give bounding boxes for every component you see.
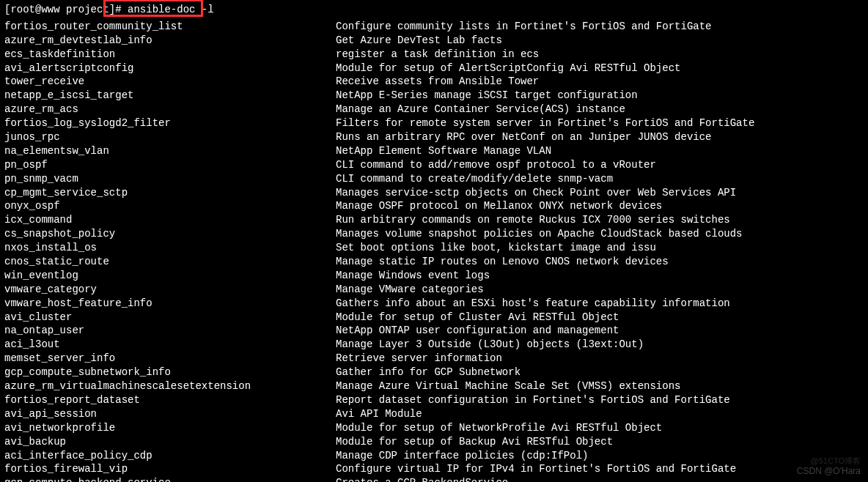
module-desc: NetApp ONTAP user configuration and mana… — [336, 324, 864, 338]
module-name: memset_server_info — [4, 352, 336, 366]
module-row: avi_api_sessionAvi API Module — [4, 407, 864, 421]
module-row: avi_backupModule for setup of Backup Avi… — [4, 435, 864, 449]
module-desc: Runs an arbitrary RPC over NetConf on an… — [336, 130, 864, 144]
prompt-user-host: [root@www project] — [4, 3, 115, 17]
module-desc: Set boot options like boot, kickstart im… — [336, 241, 864, 255]
module-name: icx_command — [4, 213, 336, 227]
module-row: azure_rm_acsManage an Azure Container Se… — [4, 103, 864, 116]
module-name: fortios_log_syslogd2_filter — [4, 116, 336, 130]
module-name: na_elementsw_vlan — [4, 144, 336, 158]
module-list: fortios_router_community_listConfigure c… — [4, 20, 864, 482]
module-desc: Manage VMware categories — [336, 283, 864, 297]
module-row: junos_rpcRuns an arbitrary RPC over NetC… — [4, 130, 864, 144]
module-row: vmware_host_feature_infoGathers info abo… — [4, 297, 864, 311]
module-desc: Module for setup of Cluster Avi RESTful … — [336, 311, 864, 325]
module-row: fortios_log_syslogd2_filterFilters for r… — [4, 116, 864, 130]
module-row: ecs_taskdefinitionregister a task defini… — [4, 48, 864, 62]
module-row: tower_receiveReceive assets from Ansible… — [4, 75, 864, 89]
module-name: cp_mgmt_service_sctp — [4, 186, 336, 200]
module-row: memset_server_infoRetrieve server inform… — [4, 352, 864, 366]
module-name: fortios_firewall_vip — [4, 462, 336, 476]
module-name: aci_interface_policy_cdp — [4, 449, 336, 463]
module-row: na_elementsw_vlanNetApp Element Software… — [4, 144, 864, 158]
module-name: onyx_ospf — [4, 199, 336, 213]
module-desc: Manage CDP interface policies (cdp:IfPol… — [336, 449, 864, 463]
module-name: na_ontap_user — [4, 324, 336, 338]
module-desc: Module for setup of Backup Avi RESTful O… — [336, 435, 864, 449]
module-name: avi_networkprofile — [4, 421, 336, 435]
module-desc: Retrieve server information — [336, 352, 864, 366]
module-row: avi_alertscriptconfigModule for setup of… — [4, 62, 864, 75]
module-name: azure_rm_acs — [4, 103, 336, 116]
module-desc: Gathers info about an ESXi host's featur… — [336, 297, 864, 311]
module-row: vmware_categoryManage VMware categories — [4, 283, 864, 297]
module-row: na_ontap_userNetApp ONTAP user configura… — [4, 324, 864, 338]
module-desc: Manages service-sctp objects on Check Po… — [336, 186, 864, 200]
module-desc: Manage Windows event logs — [336, 269, 864, 283]
module-row: gcp_compute_backend_serviceCreates a GCP… — [4, 476, 864, 482]
module-desc: register a task definition in ecs — [336, 48, 864, 62]
module-desc: NetApp Element Software Manage VLAN — [336, 144, 864, 158]
module-desc: Manage Azure Virtual Machine Scale Set (… — [336, 379, 864, 393]
module-row: avi_networkprofileModule for setup of Ne… — [4, 421, 864, 435]
module-desc: Configure virtual IP for IPv4 in Fortine… — [336, 462, 864, 476]
module-desc: Manage an Azure Container Service(ACS) i… — [336, 103, 864, 116]
module-name: pn_snmp_vacm — [4, 172, 336, 186]
module-name: tower_receive — [4, 75, 336, 89]
module-row: icx_commandRun arbitrary commands on rem… — [4, 213, 864, 227]
module-name: azure_rm_virtualmachinescalesetextension — [4, 379, 336, 393]
module-desc: Manage static IP routes on Lenovo CNOS n… — [336, 255, 864, 269]
module-name: azure_rm_devtestlab_info — [4, 34, 336, 48]
module-desc: Manages volume snapshot policies on Apac… — [336, 227, 864, 241]
module-row: pn_ospfCLI command to add/remove ospf pr… — [4, 158, 864, 172]
module-desc: Creates a GCP BackendService — [336, 476, 864, 482]
module-name: cs_snapshot_policy — [4, 227, 336, 241]
module-row: cp_mgmt_service_sctpManages service-sctp… — [4, 186, 864, 200]
module-row: cnos_static_routeManage static IP routes… — [4, 255, 864, 269]
module-row: win_eventlogManage Windows event logs — [4, 269, 864, 283]
module-desc: Get Azure DevTest Lab facts — [336, 34, 864, 48]
module-name: vmware_category — [4, 283, 336, 297]
module-row: azure_rm_virtualmachinescalesetextension… — [4, 379, 864, 393]
module-row: pn_snmp_vacmCLI command to create/modify… — [4, 172, 864, 186]
module-row: gcp_compute_subnetwork_infoGather info f… — [4, 366, 864, 379]
module-name: gcp_compute_subnetwork_info — [4, 366, 336, 379]
module-desc: Filters for remote system server in Fort… — [336, 116, 864, 130]
module-desc: Module for setup of NetworkProfile Avi R… — [336, 421, 864, 435]
module-name: avi_cluster — [4, 311, 336, 325]
module-name: junos_rpc — [4, 130, 336, 144]
module-row: onyx_ospfManage OSPF protocol on Mellano… — [4, 199, 864, 213]
module-name: ecs_taskdefinition — [4, 48, 336, 62]
module-desc: Gather info for GCP Subnetwork — [336, 366, 864, 379]
module-name: vmware_host_feature_info — [4, 297, 336, 311]
module-name: aci_l3out — [4, 338, 336, 352]
prompt-hash: # — [115, 3, 121, 17]
prompt-space — [122, 3, 128, 17]
module-row: aci_interface_policy_cdpManage CDP inter… — [4, 449, 864, 463]
module-name: avi_backup — [4, 435, 336, 449]
watermark-top: @51CTO博客 — [797, 456, 861, 466]
module-row: netapp_e_iscsi_targetNetApp E-Series man… — [4, 89, 864, 103]
module-row: cs_snapshot_policyManages volume snapsho… — [4, 227, 864, 241]
module-row: nxos_install_osSet boot options like boo… — [4, 241, 864, 255]
module-desc: CLI command to create/modify/delete snmp… — [336, 172, 864, 186]
module-name: pn_ospf — [4, 158, 336, 172]
module-name: win_eventlog — [4, 269, 336, 283]
module-desc: Receive assets from Ansible Tower — [336, 75, 864, 89]
module-desc: Configure community lists in Fortinet's … — [336, 20, 864, 34]
module-row: fortios_report_datasetReport dataset con… — [4, 393, 864, 407]
module-row: fortios_router_community_listConfigure c… — [4, 20, 864, 34]
module-name: gcp_compute_backend_service — [4, 476, 336, 482]
module-desc: Run arbitrary commands on remote Ruckus … — [336, 213, 864, 227]
module-name: avi_api_session — [4, 407, 336, 421]
module-name: cnos_static_route — [4, 255, 336, 269]
prompt-command: ansible-doc -l — [128, 3, 214, 17]
module-desc: NetApp E-Series manage iSCSI target conf… — [336, 89, 864, 103]
module-desc: CLI command to add/remove ospf protocol … — [336, 158, 864, 172]
module-name: nxos_install_os — [4, 241, 336, 255]
module-name: netapp_e_iscsi_target — [4, 89, 336, 103]
shell-prompt[interactable]: [root@www project] # ansible-doc -l — [4, 3, 864, 17]
module-desc: Manage Layer 3 Outside (L3Out) objects (… — [336, 338, 864, 352]
module-row: azure_rm_devtestlab_infoGet Azure DevTes… — [4, 34, 864, 48]
module-desc: Avi API Module — [336, 407, 864, 421]
